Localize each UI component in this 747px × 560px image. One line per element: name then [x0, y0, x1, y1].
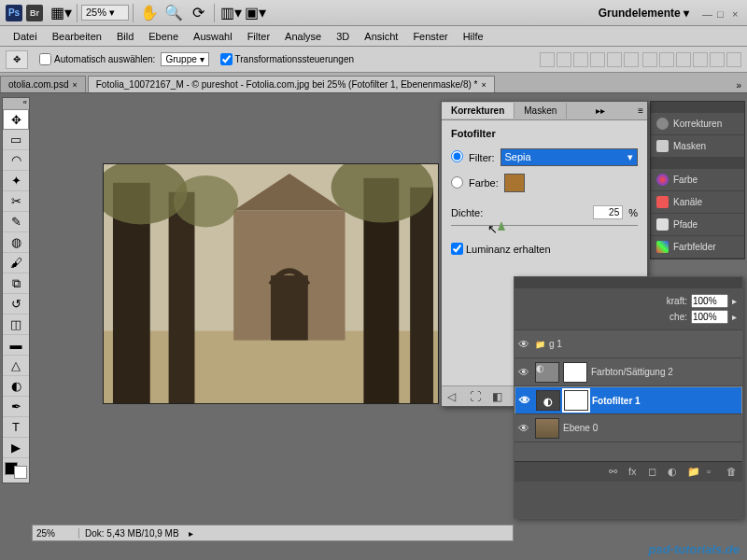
- menu-hilfe[interactable]: Hilfe: [456, 31, 491, 42]
- zoom-tool-icon[interactable]: 🔍: [163, 4, 184, 22]
- lasso-tool[interactable]: ◠: [3, 150, 29, 171]
- new-layer-icon[interactable]: ▫: [707, 466, 719, 478]
- dock-pfade[interactable]: Pfade: [651, 214, 744, 236]
- maximize-icon[interactable]: □: [717, 8, 726, 18]
- filter-radio[interactable]: [451, 150, 463, 164]
- zoom-select[interactable]: 25% ▾: [81, 5, 129, 21]
- gradient-tool[interactable]: ▬: [3, 335, 29, 356]
- background-color[interactable]: [14, 466, 27, 479]
- align-icon[interactable]: [607, 52, 622, 67]
- document-info[interactable]: Dok: 5,43 MB/10,9 MB: [79, 528, 185, 539]
- align-icon[interactable]: [590, 52, 605, 67]
- layer-fx-icon[interactable]: fx: [628, 466, 641, 478]
- mask-thumb-selected[interactable]: [564, 390, 588, 411]
- layer-row[interactable]: 👁 Ebene 0: [514, 414, 742, 442]
- tab-masken[interactable]: Masken: [514, 103, 567, 119]
- close-icon[interactable]: ×: [732, 8, 741, 18]
- pen-tool[interactable]: ✒: [3, 397, 29, 417]
- dock-masken[interactable]: Masken: [651, 135, 744, 158]
- visibility-toggle-icon[interactable]: 👁: [518, 422, 531, 435]
- type-tool[interactable]: T: [3, 417, 29, 438]
- tab-korrekturen[interactable]: Korrekturen: [442, 103, 514, 119]
- menu-datei[interactable]: Datei: [6, 31, 45, 42]
- auto-select-type[interactable]: Gruppe ▾: [161, 52, 208, 66]
- layer-thumb[interactable]: [535, 418, 559, 439]
- blur-tool[interactable]: △: [3, 356, 29, 376]
- panel-menu-icon[interactable]: ≡: [634, 105, 647, 116]
- panel-expand-icon[interactable]: ▸▸: [592, 105, 609, 116]
- arrange-docs-icon[interactable]: ▥▾: [220, 4, 241, 22]
- dock-collapse-icon[interactable]: [651, 102, 744, 113]
- layer-row[interactable]: 👁 ◐ Farbton/Sättigung 2: [514, 358, 742, 386]
- menu-analyse[interactable]: Analyse: [277, 31, 329, 42]
- dodge-tool[interactable]: ◐: [3, 376, 29, 397]
- panel-collapse-icon[interactable]: [514, 277, 742, 288]
- dock-korrekturen[interactable]: Korrekturen: [651, 113, 744, 135]
- crop-tool[interactable]: ✂: [3, 191, 29, 212]
- group-icon[interactable]: 📁: [687, 466, 699, 478]
- auto-select-checkbox[interactable]: Automatisch auswählen:: [39, 53, 155, 65]
- distribute-icon[interactable]: [676, 52, 691, 67]
- clip-icon[interactable]: ◧: [492, 390, 505, 403]
- dichte-slider[interactable]: [451, 225, 638, 226]
- farbe-radio[interactable]: [451, 176, 463, 190]
- distribute-icon[interactable]: [710, 52, 725, 67]
- close-tab-icon[interactable]: ×: [72, 80, 77, 90]
- eraser-tool[interactable]: ◫: [3, 315, 29, 335]
- opacity-stepper-icon[interactable]: ▸: [732, 296, 737, 306]
- layer-group-row[interactable]: 👁 📁 g 1: [514, 330, 742, 358]
- menu-filter[interactable]: Filter: [240, 31, 277, 42]
- link-layers-icon[interactable]: ⚯: [609, 466, 621, 478]
- fill-stepper-icon[interactable]: ▸: [732, 312, 737, 322]
- document-tab-active[interactable]: Fotolia_10072167_M - © pureshot - Fotoli…: [88, 76, 495, 92]
- luminanz-checkbox[interactable]: Luminanz erhalten: [451, 243, 551, 255]
- screen-mode-icon[interactable]: ▣▾: [245, 4, 265, 22]
- move-tool-indicator[interactable]: ✥: [6, 50, 28, 69]
- menu-fenster[interactable]: Fenster: [405, 31, 455, 42]
- history-brush-tool[interactable]: ↺: [3, 294, 29, 315]
- opacity-input[interactable]: [691, 294, 728, 308]
- distribute-icon[interactable]: [659, 52, 674, 67]
- visibility-toggle-icon[interactable]: 👁: [519, 394, 532, 407]
- info-dropdown-icon[interactable]: ▸: [189, 528, 193, 539]
- document-canvas[interactable]: [103, 163, 439, 404]
- visibility-toggle-icon[interactable]: 👁: [518, 338, 531, 351]
- align-icon[interactable]: [540, 52, 555, 67]
- color-swatches[interactable]: [5, 462, 27, 479]
- delete-layer-icon[interactable]: 🗑: [726, 466, 739, 478]
- ps-icon[interactable]: Ps: [6, 5, 22, 21]
- distribute-icon[interactable]: [693, 52, 708, 67]
- dock-farbe[interactable]: Farbe: [651, 169, 744, 191]
- fill-input[interactable]: [691, 310, 728, 324]
- align-icon[interactable]: [573, 52, 588, 67]
- expand-view-icon[interactable]: ⛶: [470, 390, 483, 403]
- workspace-switcher[interactable]: Grundelemente ▾: [599, 7, 693, 20]
- align-icon[interactable]: [557, 52, 571, 67]
- move-tool[interactable]: ✥: [3, 109, 29, 130]
- visibility-toggle-icon[interactable]: 👁: [518, 366, 531, 379]
- menu-ansicht[interactable]: Ansicht: [357, 31, 405, 42]
- magic-wand-tool[interactable]: ✦: [3, 171, 29, 191]
- tabs-overflow-icon[interactable]: »: [730, 78, 747, 92]
- close-tab-icon[interactable]: ×: [481, 80, 486, 90]
- toolbox-collapse-icon[interactable]: «: [3, 98, 29, 109]
- layer-row-selected[interactable]: 👁 ◐ Fotofilter 1: [514, 386, 742, 414]
- document-tab[interactable]: otolia.com.psd×: [0, 76, 86, 92]
- menu-3d[interactable]: 3D: [329, 31, 357, 42]
- align-icon[interactable]: [624, 52, 639, 67]
- zoom-field[interactable]: 25%: [33, 528, 79, 539]
- dock-farbfelder[interactable]: Farbfelder: [651, 236, 744, 259]
- color-swatch[interactable]: [504, 174, 525, 192]
- back-icon[interactable]: ◁: [447, 390, 460, 403]
- brush-tool[interactable]: 🖌: [3, 253, 29, 273]
- dichte-input[interactable]: [593, 205, 623, 219]
- marquee-tool[interactable]: ▭: [3, 130, 29, 150]
- adjustment-layer-icon[interactable]: ◐: [668, 466, 680, 478]
- mask-thumb[interactable]: [563, 362, 587, 383]
- minimize-icon[interactable]: —: [702, 8, 712, 18]
- transform-controls-checkbox[interactable]: Transformationssteuerungen: [220, 53, 354, 65]
- layout-dropdown-icon[interactable]: ▦▾: [50, 4, 71, 22]
- menu-ebene[interactable]: Ebene: [141, 31, 186, 42]
- hand-tool-icon[interactable]: ✋: [139, 4, 160, 22]
- layer-mask-icon[interactable]: ◻: [648, 466, 660, 478]
